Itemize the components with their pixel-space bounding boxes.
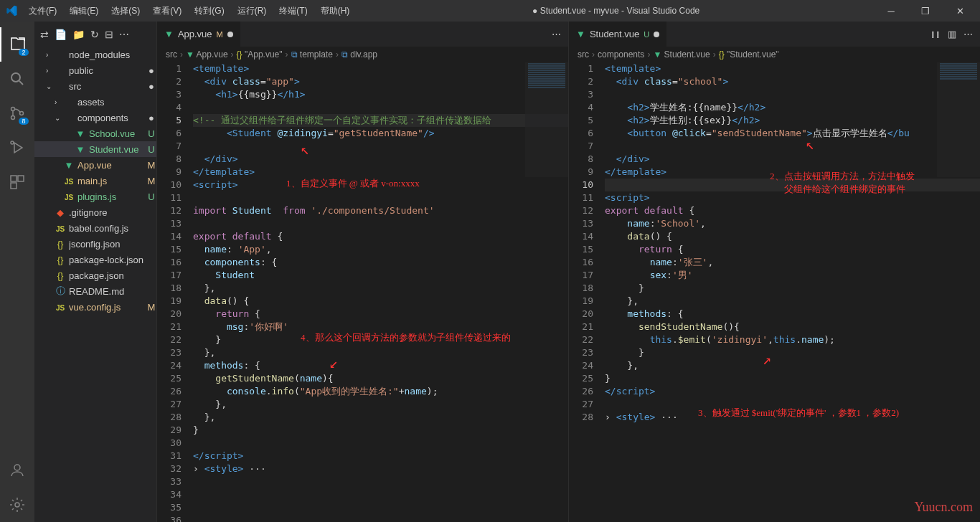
tree-item-readme-md[interactable]: ⓘREADME.md [34, 283, 156, 299]
tab-status: M [217, 30, 223, 39]
code-content[interactable]: <template> <div class="school"> <h2>学生姓名… [605, 62, 980, 522]
maximize-button[interactable]: ❐ [911, 1, 940, 21]
activity-bar: 2 8 [0, 22, 34, 522]
tree-item--gitignore[interactable]: ◆.gitignore [34, 204, 156, 220]
svg-point-10 [15, 503, 19, 507]
new-folder-icon[interactable]: 📁 [72, 29, 85, 40]
extensions-tab[interactable] [0, 165, 34, 199]
minimize-button[interactable]: ─ [877, 1, 905, 21]
code-content[interactable]: <template> <div class="app"> <h1>{{msg}}… [193, 62, 568, 522]
settings-tab[interactable] [0, 488, 34, 522]
tree-item-package-json[interactable]: {}package.json [34, 267, 156, 283]
annotation-arrow: ↙ [329, 356, 338, 369]
svg-rect-7 [18, 176, 24, 181]
annotation: 4、那么这个回调方法的参数就为子组件传递过来的 [301, 331, 511, 344]
debug-tab[interactable] [0, 130, 34, 165]
minimap[interactable] [937, 62, 980, 177]
tree-item-node_modules[interactable]: ›node_modules [34, 47, 156, 62]
gutter: 1234567891011121314151617181920212223242… [569, 62, 605, 522]
annotation: 3、触发通过 $emit('绑定的事件' ，参数1 ，参数2) [698, 407, 899, 419]
tree-item-app-vue[interactable]: ▼App.vueM [34, 157, 156, 173]
file-tree: ›node_modules›public●⌄src●›assets⌄compon… [34, 47, 156, 522]
vue-icon: ▼ [164, 29, 174, 39]
toggle-icon[interactable]: ⇄ [40, 29, 49, 40]
vue-icon: ▼ [576, 29, 585, 39]
menu-view[interactable]: 查看(V) [147, 2, 187, 20]
tab-name: Student.vue [590, 29, 639, 39]
sidebar-header: ⇄ 📄 📁 ↻ ⊟ ⋯ [34, 22, 156, 47]
tab-app-vue[interactable]: ▼ App.vue M [157, 22, 241, 47]
annotation-arrow: ↗ [763, 353, 771, 366]
svg-point-5 [11, 141, 14, 144]
menu-run[interactable]: 运行(R) [232, 2, 273, 20]
scm-tab[interactable]: 8 [0, 96, 34, 130]
close-button[interactable]: ✕ [946, 1, 974, 21]
annotation: 父组件给这个组件绑定的事件 [784, 183, 905, 196]
menu-go[interactable]: 转到(G) [189, 2, 230, 20]
tree-item-components[interactable]: ⌄components● [34, 110, 156, 125]
tabbar-left: ▼ App.vue M ⋯ [157, 22, 568, 47]
menu-file[interactable]: 文件(F) [23, 2, 62, 20]
more-icon[interactable]: ⋯ [552, 29, 561, 39]
refresh-icon[interactable]: ↻ [90, 29, 99, 40]
svg-point-3 [11, 116, 15, 120]
sidebar-actions: ⇄ 📄 📁 ↻ ⊟ ⋯ [40, 29, 129, 40]
explorer-sidebar: ⇄ 📄 📁 ↻ ⊟ ⋯ ›node_modules›public●⌄src●›a… [34, 22, 156, 522]
window-title: ● Student.vue - myvue - Visual Studio Co… [355, 6, 877, 16]
tab-status: U [644, 30, 649, 39]
scm-badge: 8 [19, 118, 29, 125]
tree-item-plugins-js[interactable]: JSplugins.jsU [34, 189, 156, 204]
annotation: 2、点击按钮调用方法，方法中触发 [770, 170, 915, 183]
breadcrumbs-right[interactable]: src › components › ▼ Student.vue › {} "S… [569, 47, 980, 62]
annotation: 1、自定义事件 @ 或者 v-on:xxxx [286, 177, 420, 190]
more-icon[interactable]: ⋯ [119, 29, 129, 40]
minimap[interactable] [525, 62, 568, 177]
gutter: 1234567891011121314151617181920212223242… [157, 62, 193, 522]
tree-item-school-vue[interactable]: ▼School.vueU [34, 125, 156, 141]
collapse-icon[interactable]: ⊟ [105, 29, 113, 40]
tabbar-right: ▼ Student.vue U ⫿⫿ ▥ ⋯ [569, 22, 980, 47]
more-icon[interactable]: ⋯ [963, 29, 973, 39]
menu-edit[interactable]: 编辑(E) [64, 2, 104, 20]
annotation-arrow: ↖ [301, 143, 309, 156]
tree-item-assets[interactable]: ›assets [34, 94, 156, 110]
code-area-right[interactable]: 1234567891011121314151617181920212223242… [569, 62, 980, 522]
tree-item-public[interactable]: ›public● [34, 62, 156, 78]
svg-rect-8 [11, 183, 17, 189]
modified-icon [227, 32, 233, 37]
menu-selection[interactable]: 选择(S) [105, 2, 146, 20]
svg-rect-6 [11, 176, 17, 181]
tree-item-student-vue[interactable]: ▼Student.vueU [34, 141, 156, 157]
breadcrumbs-left[interactable]: src › ▼ App.vue › {} "App.vue" › ⧉ templ… [157, 47, 568, 62]
tree-item-package-lock-json[interactable]: {}package-lock.json [34, 252, 156, 267]
editor-right: ▼ Student.vue U ⫿⫿ ▥ ⋯ src › components … [568, 22, 980, 522]
menu-terminal[interactable]: 终端(T) [273, 2, 313, 20]
menu-help[interactable]: 帮助(H) [315, 2, 356, 20]
tree-item-babel-config-js[interactable]: JSbabel.config.js [34, 220, 156, 236]
compare-icon[interactable]: ⫿⫿ [930, 29, 941, 39]
svg-point-9 [14, 465, 20, 470]
menubar: 文件(F) 编辑(E) 选择(S) 查看(V) 转到(G) 运行(R) 终端(T… [23, 2, 355, 20]
split-icon[interactable]: ▥ [948, 29, 956, 39]
new-file-icon[interactable]: 📄 [55, 29, 67, 40]
explorer-badge: 2 [19, 49, 29, 56]
svg-line-1 [19, 81, 23, 85]
code-area-left[interactable]: 1234567891011121314151617181920212223242… [157, 62, 568, 522]
watermark: Yuucn.com [915, 500, 973, 515]
tree-item-jsconfig-json[interactable]: {}jsconfig.json [34, 236, 156, 252]
explorer-tab[interactable]: 2 [0, 27, 34, 62]
window-controls: ─ ❐ ✕ [877, 1, 974, 21]
svg-point-2 [11, 108, 15, 111]
svg-point-0 [11, 73, 20, 82]
tree-item-src[interactable]: ⌄src● [34, 78, 156, 94]
tab-student-vue[interactable]: ▼ Student.vue U [569, 22, 667, 47]
annotation-arrow: ↖ [806, 138, 814, 151]
tree-item-main-js[interactable]: JSmain.jsM [34, 173, 156, 189]
tree-item-vue-config-js[interactable]: JSvue.config.jsM [34, 299, 156, 315]
tab-name: App.vue [178, 29, 212, 39]
search-tab[interactable] [0, 62, 34, 96]
modified-icon [654, 32, 659, 37]
titlebar: 文件(F) 编辑(E) 选择(S) 查看(V) 转到(G) 运行(R) 终端(T… [0, 0, 980, 22]
accounts-tab[interactable] [0, 453, 34, 488]
editor-left: ▼ App.vue M ⋯ src › ▼ App.vue › {} "App.… [156, 22, 568, 522]
